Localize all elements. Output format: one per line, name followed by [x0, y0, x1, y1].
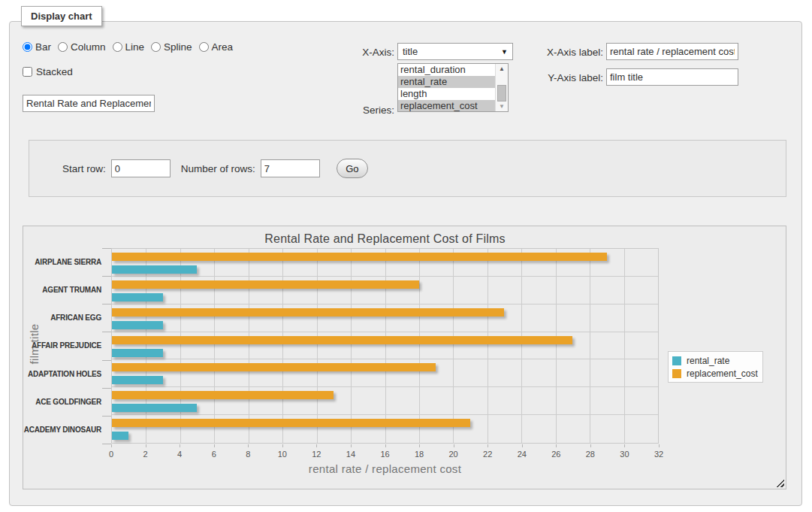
x-tickmark: [111, 444, 112, 447]
legend-swatch: [672, 356, 681, 365]
y-tickmark: [102, 444, 111, 444]
x-axis-field-label: X-Axis:: [331, 47, 394, 58]
y-tickmark: [102, 416, 111, 417]
x-tickmark: [248, 444, 249, 447]
y-tickmark: [102, 304, 111, 304]
category-band: [112, 387, 658, 415]
stacked-checkbox[interactable]: [23, 67, 32, 77]
chart-type-label: Area: [212, 41, 234, 53]
scroll-down-icon[interactable]: ▼: [499, 103, 505, 110]
bar-rental_rate: [112, 376, 163, 384]
x-tickmark: [180, 444, 180, 447]
chart-type-spline[interactable]: Spline: [151, 41, 192, 53]
series-options: rental_durationrental_ratelengthreplacem…: [398, 64, 495, 111]
chart-type-radio-area[interactable]: [199, 42, 209, 52]
chart-type-label: Line: [125, 41, 145, 53]
bar-replacement_cost: [112, 391, 334, 399]
stacked-option[interactable]: Stacked: [23, 66, 73, 77]
x-axis-selected-value: title: [403, 46, 501, 57]
x-tick-label: 18: [415, 450, 424, 459]
x-tickmark: [351, 444, 352, 447]
legend-entry-replacement_cost: replacement_cost: [671, 367, 758, 380]
number-of-rows-input[interactable]: [261, 159, 320, 177]
bar-rental_rate: [112, 432, 128, 440]
category-band: [112, 304, 658, 332]
x-tickmark: [316, 444, 317, 447]
bar-replacement_cost: [112, 336, 572, 344]
chart-type-radio-spline[interactable]: [151, 42, 161, 52]
chart-type-radio-group: BarColumnLineSplineArea: [23, 41, 233, 53]
x-tick-label: 12: [312, 450, 321, 459]
x-tick-label: 28: [586, 450, 595, 459]
chart-type-label: Spline: [164, 41, 192, 53]
category-band: [112, 359, 658, 387]
x-axis-select[interactable]: title ▼: [397, 43, 513, 60]
bar-rental_rate: [112, 265, 197, 274]
bar-replacement_cost: [112, 419, 470, 427]
chart-title-input[interactable]: [23, 95, 155, 112]
bar-rental_rate: [112, 349, 163, 357]
chart-legend: rental_ratereplacement_cost: [668, 351, 763, 383]
chart-type-line[interactable]: Line: [113, 41, 145, 53]
x-tickmark: [590, 444, 591, 447]
chart-type-radio-column[interactable]: [58, 42, 68, 52]
go-button[interactable]: Go: [337, 159, 368, 178]
series-option-rental_rate[interactable]: rental_rate: [398, 76, 495, 88]
legend-entry-rental_rate: rental_rate: [671, 354, 758, 367]
y-tickmark: [102, 332, 111, 332]
x-axis-tickmarks: [111, 444, 659, 448]
x-axis-title: rental rate / replacement cost: [111, 462, 659, 475]
series-option-rental_duration[interactable]: rental_duration: [398, 64, 495, 76]
chart-type-label: Column: [71, 41, 106, 53]
bar-replacement_cost: [112, 363, 436, 371]
y-tickmark: [102, 388, 111, 389]
chart-type-radio-bar[interactable]: [23, 42, 32, 52]
y-axis-label-input[interactable]: [606, 68, 738, 86]
chart-type-bar[interactable]: Bar: [23, 41, 51, 53]
x-tickmark: [659, 444, 660, 447]
x-tickmark: [146, 444, 146, 447]
x-tickmark: [522, 444, 523, 447]
x-axis-label-input[interactable]: [606, 43, 738, 60]
x-tickmark: [419, 444, 420, 447]
start-row-label: Start row:: [62, 163, 106, 174]
chevron-down-icon: ▼: [501, 48, 508, 56]
x-tickmark: [214, 444, 215, 447]
y-axis-tickmarks: [102, 248, 111, 444]
series-option-replacement_cost[interactable]: replacement_cost: [398, 100, 495, 111]
row-range-box: Start row: Number of rows: Go: [29, 140, 786, 197]
series-scrollbar[interactable]: ▲ ▼: [495, 64, 508, 111]
x-tick-label: 20: [449, 450, 458, 459]
x-tick-label: 32: [654, 450, 663, 459]
category-band: [112, 277, 658, 304]
scroll-up-icon[interactable]: ▲: [499, 65, 505, 72]
x-tickmark: [385, 444, 386, 447]
bar-replacement_cost: [112, 280, 419, 289]
chart-type-radio-line[interactable]: [113, 42, 122, 52]
scrollbar-thumb[interactable]: [497, 85, 506, 101]
legend-label: rental_rate: [687, 356, 729, 366]
bar-rental_rate: [112, 293, 163, 301]
series-option-length[interactable]: length: [398, 88, 495, 100]
x-tickmark: [624, 444, 625, 447]
series-listbox[interactable]: rental_durationrental_ratelengthreplacem…: [397, 63, 509, 112]
y-tickmark: [102, 248, 111, 249]
x-tick-label: 2: [143, 450, 148, 459]
chart-canvas: Rental Rate and Replacement Cost of Film…: [23, 226, 786, 489]
category-band: [112, 415, 658, 443]
x-tick-label: 4: [177, 450, 182, 459]
start-row-input[interactable]: [111, 159, 171, 177]
category-band: [112, 332, 658, 360]
bar-rental_rate: [112, 321, 163, 329]
bar-replacement_cost: [112, 253, 607, 261]
x-tick-label: 0: [109, 450, 113, 459]
resize-handle-icon[interactable]: [776, 479, 784, 487]
x-tick-label: 22: [483, 450, 492, 459]
chart-type-column[interactable]: Column: [58, 41, 106, 53]
chart-type-area[interactable]: Area: [199, 41, 234, 53]
x-axis-label-field-label: X-Axis label:: [526, 47, 603, 58]
x-tick-label: 6: [212, 450, 216, 459]
number-of-rows-label: Number of rows:: [181, 163, 255, 174]
stacked-label: Stacked: [36, 66, 73, 77]
x-tickmark: [282, 444, 283, 447]
